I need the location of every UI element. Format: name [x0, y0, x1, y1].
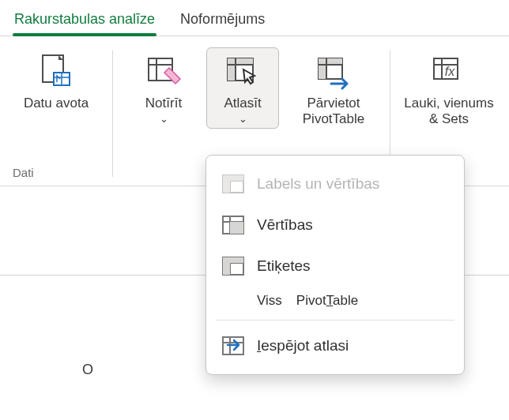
- chevron-down-icon: ⌄: [160, 113, 168, 125]
- ribbon-tabs: Rakurstabulas analīze Noformējums: [0, 0, 509, 36]
- svg-rect-29: [230, 222, 243, 234]
- clear-label: Notīrīt: [145, 96, 182, 111]
- menu-item-label: Etiķetes: [257, 257, 311, 275]
- svg-rect-9: [228, 58, 236, 81]
- data-source-button[interactable]: Datu avota: [8, 47, 104, 114]
- select-label: Atlasīt: [224, 96, 261, 111]
- menu-entire-pivottable[interactable]: Viss PivotTable: [206, 287, 464, 315]
- select-dropdown-menu: Labels un vērtības Vērtības Etiķetes Vis…: [205, 155, 465, 375]
- move-label: Pārvietot PivotTable: [303, 96, 364, 126]
- clear-button[interactable]: Notīrīt ⌄: [127, 47, 200, 129]
- data-source-label: Datu avota: [24, 96, 89, 111]
- tab-design[interactable]: Noformējums: [179, 6, 266, 36]
- menu-item-label: Iespējot atlasi: [257, 337, 349, 354]
- formula-table-icon: fx: [430, 53, 468, 91]
- table-icon: [221, 171, 246, 197]
- menu-values[interactable]: Vērtības: [206, 204, 464, 246]
- svg-text:fx: fx: [445, 65, 455, 78]
- move-icon: [315, 53, 353, 91]
- fields-label: Lauki, vienums & Sets: [404, 96, 493, 126]
- select-button[interactable]: Atlasīt ⌄: [206, 47, 279, 129]
- menu-labels[interactable]: Etiķetes: [206, 246, 464, 287]
- column-header-cell[interactable]: O: [82, 362, 93, 378]
- fields-items-sets-button[interactable]: fx Lauki, vienums & Sets: [398, 47, 500, 129]
- ribbon-group-data: Datu avota Dati: [0, 47, 112, 186]
- svg-rect-14: [319, 58, 326, 79]
- tab-pivot-analyze[interactable]: Rakurstabulas analīze: [13, 6, 156, 36]
- menu-item-label: Labels un vērtības: [257, 175, 379, 193]
- enable-selection-icon: [221, 333, 246, 358]
- menu-separator: [216, 320, 454, 321]
- chevron-down-icon: ⌄: [239, 113, 247, 125]
- menu-item-label: Vērtības: [257, 216, 313, 234]
- menu-enable-selection[interactable]: Iespējot atlasi: [206, 325, 464, 366]
- menu-labels-and-values: Labels un vērtības: [206, 163, 464, 204]
- select-icon: [224, 53, 262, 91]
- svg-rect-34: [223, 257, 230, 275]
- data-source-icon: [37, 53, 75, 91]
- table-icon: [221, 253, 246, 279]
- menu-item-label: Viss: [257, 293, 282, 309]
- group-label-data: Dati: [0, 166, 112, 179]
- move-pivottable-button[interactable]: Pārvietot PivotTable: [285, 47, 382, 129]
- clear-icon: [145, 53, 183, 91]
- table-icon: [221, 212, 246, 238]
- menu-item-label: PivotTable: [296, 293, 358, 309]
- svg-rect-25: [223, 175, 230, 193]
